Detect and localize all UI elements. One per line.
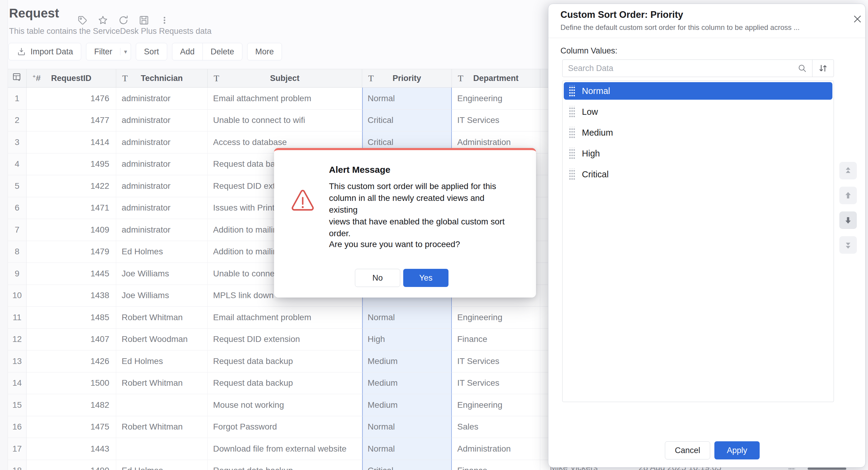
bottom-scrollbar-thumb[interactable] [808,468,846,470]
requestid-cell[interactable]: 1426 [27,350,116,373]
technician-cell[interactable]: Joe Williams [116,285,208,307]
technician-cell[interactable]: administrator [116,153,208,176]
table-row[interactable]: 1 1476 administrator Email attachment pr… [8,88,550,110]
department-cell[interactable]: IT Services [452,110,540,132]
department-cell[interactable]: Administration [452,438,540,460]
more-button[interactable]: More [247,43,282,60]
subject-cell[interactable]: Request data backup [208,460,362,470]
requestid-cell[interactable]: 1471 [27,197,116,219]
priority-cell[interactable]: Critical [362,460,452,470]
requestid-cell[interactable]: 1476 [27,88,116,110]
move-to-bottom-button[interactable] [839,236,857,254]
table-row[interactable]: 16 1475 Robert Whitman Forgot Password N… [8,416,550,438]
technician-cell[interactable]: Ed Holmes [116,350,208,373]
technician-cell[interactable]: administrator [116,175,208,197]
technician-cell[interactable]: Robert Whitman [116,416,208,438]
apply-button[interactable]: Apply [714,441,760,460]
subject-cell[interactable]: Email attachment problem [208,88,362,110]
requestid-cell[interactable]: 1445 [27,263,116,285]
drag-handle-icon[interactable] [568,169,575,180]
save-icon[interactable] [138,14,150,26]
technician-cell[interactable]: Robert Whitman [116,373,208,394]
table-row[interactable]: 13 1426 Ed Holmes Request data backup Me… [8,350,550,373]
yes-button[interactable]: Yes [403,269,448,287]
subject-cell[interactable]: Download file from external website [208,438,362,460]
column-header-subject[interactable]: T Subject [208,69,362,87]
sort-order-item[interactable]: Normal [564,82,832,100]
subject-cell[interactable]: Mouse not working [208,394,362,416]
subject-cell[interactable]: Request DID extension [208,329,362,351]
cancel-button[interactable]: Cancel [665,441,710,460]
requestid-cell[interactable]: 1482 [27,394,116,416]
drag-handle-icon[interactable] [568,85,575,97]
requestid-cell[interactable]: 1409 [27,219,116,241]
technician-cell[interactable]: administrator [116,110,208,132]
close-icon[interactable] [850,12,865,26]
subject-cell[interactable]: Request data backup [208,350,362,373]
move-down-button[interactable] [839,211,857,229]
table-row[interactable]: 12 1407 Robert Woodman Request DID exten… [8,329,550,351]
subject-cell[interactable]: Unable to connect to wifi [208,110,362,132]
priority-cell[interactable]: Critical [362,110,452,132]
sort-order-item[interactable]: High [564,145,832,162]
technician-cell[interactable]: administrator [116,88,208,110]
table-row[interactable]: 17 1443 Download file from external webs… [8,438,550,460]
table-row[interactable]: 14 1500 Robert Whitman Request data back… [8,373,550,394]
department-cell[interactable]: Finance [452,460,540,470]
column-header-technician[interactable]: T Technician [116,69,208,87]
sort-button[interactable]: Sort [136,43,167,60]
requestid-cell[interactable]: 1422 [27,175,116,197]
department-cell[interactable]: Finance [452,329,540,351]
move-to-top-button[interactable] [839,162,857,179]
technician-cell[interactable]: administrator [116,219,208,241]
sort-direction-icon[interactable] [812,64,834,73]
requestid-cell[interactable]: 1475 [27,416,116,438]
department-cell[interactable]: Engineering [452,306,540,329]
priority-cell[interactable]: Medium [362,394,452,416]
more-vertical-icon[interactable] [159,14,170,26]
department-cell[interactable]: Sales [452,416,540,438]
department-cell[interactable]: IT Services [452,373,540,394]
technician-cell[interactable]: Ed Holmes [116,460,208,470]
no-button[interactable]: No [355,269,400,287]
drag-handle-icon[interactable] [568,127,575,138]
requestid-cell[interactable]: 1438 [27,285,116,307]
requestid-cell[interactable]: 1490 [27,460,116,470]
search-input[interactable] [563,60,792,77]
technician-cell[interactable]: Robert Woodman [116,329,208,351]
column-header-requestid[interactable]: +# RequestID [27,69,116,87]
sort-order-item[interactable]: Low [564,103,832,120]
select-all-header-cell[interactable] [8,69,27,87]
subject-cell[interactable]: Email attachment problem [208,306,362,329]
technician-cell[interactable]: Joe Williams [116,263,208,285]
sort-order-item[interactable]: Medium [564,124,832,141]
table-row[interactable]: 15 1482 Mouse not working Medium Enginee… [8,394,550,416]
table-row[interactable]: 18 1490 Ed Holmes Request data backup Cr… [8,460,550,470]
column-header-priority[interactable]: T Priority [362,69,452,87]
subject-cell[interactable]: Request data backup [208,373,362,394]
priority-cell[interactable]: Normal [362,306,452,329]
star-icon[interactable] [97,14,108,26]
technician-cell[interactable] [116,394,208,416]
table-row[interactable]: 11 1485 Robert Whitman Email attachment … [8,306,550,329]
import-data-button[interactable]: Import Data [8,43,81,60]
tag-icon[interactable] [77,14,88,26]
add-button[interactable]: Add [172,43,203,60]
requestid-cell[interactable]: 1477 [27,110,116,132]
sort-order-item[interactable]: Critical [564,166,832,183]
priority-cell[interactable]: Medium [362,350,452,373]
drag-handle-icon[interactable] [568,148,575,159]
priority-cell[interactable]: Normal [362,88,452,110]
filter-button[interactable]: Filter ▾ [86,43,131,60]
refresh-icon[interactable] [118,14,129,26]
department-cell[interactable]: Engineering [452,394,540,416]
column-header-department[interactable]: T Department [452,69,540,87]
priority-cell[interactable]: High [362,329,452,351]
requestid-cell[interactable]: 1485 [27,306,116,329]
subject-cell[interactable]: Forgot Password [208,416,362,438]
search-icon[interactable] [792,63,812,73]
drag-handle-icon[interactable] [568,106,575,117]
chevron-down-icon[interactable]: ▾ [120,48,131,55]
technician-cell[interactable]: Ed Holmes [116,241,208,263]
department-cell[interactable]: IT Services [452,350,540,373]
